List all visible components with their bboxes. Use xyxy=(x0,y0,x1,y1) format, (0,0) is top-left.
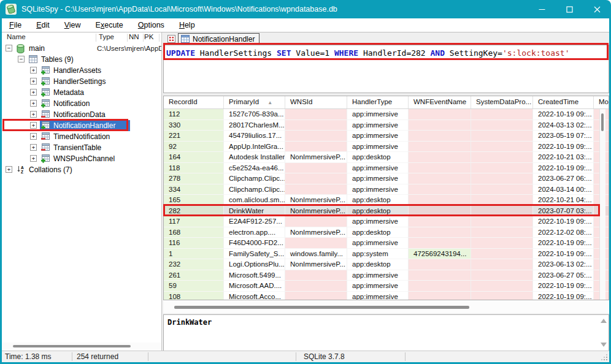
grid-cell[interactable]: Autodesk Installer xyxy=(224,152,285,163)
grid-cell[interactable]: app:immersive xyxy=(347,281,409,292)
grid-cell[interactable] xyxy=(471,131,533,142)
grid-cell[interactable] xyxy=(285,131,347,142)
menu-item-help[interactable]: Help xyxy=(172,18,202,32)
grid-cell[interactable] xyxy=(409,109,471,120)
grid-cell[interactable]: app:immersive xyxy=(347,173,409,184)
grid-cell[interactable]: 59 xyxy=(164,281,224,292)
grid-cell[interactable] xyxy=(285,216,347,227)
grid-cell[interactable] xyxy=(409,281,471,292)
grid-cell[interactable]: electron.app.... xyxy=(224,227,285,238)
grid-cell[interactable]: app:immersive xyxy=(347,131,409,142)
grid-row-record-168[interactable]: 168electron.app....NonImmersiveP...app:d… xyxy=(164,227,609,238)
grid-cell[interactable]: app:immersive xyxy=(347,238,409,249)
grid-row-record-92[interactable]: 92AppUp.IntelGra...app:immersive2022-10-… xyxy=(164,142,609,153)
tree-expander-expand-icon[interactable]: + xyxy=(30,133,37,140)
grid-cell[interactable] xyxy=(285,270,347,281)
cell-grid-marker-icon[interactable] xyxy=(167,35,175,43)
grid-cell[interactable]: 1 xyxy=(164,249,224,260)
grid-cell[interactable] xyxy=(471,152,533,163)
tree-node-handlerassets[interactable]: +HandlerAssets xyxy=(2,65,161,76)
grid-cell[interactable]: 2022-10-19 09:... xyxy=(533,292,594,300)
grid-cell[interactable] xyxy=(409,292,471,300)
grid-cell[interactable]: 45479liulios.17... xyxy=(224,131,285,142)
grid-cell[interactable]: 2023-07-07 03:... xyxy=(533,206,594,217)
grid-cell[interactable] xyxy=(409,142,471,153)
grid-cell[interactable]: Logi.OptionsPlu... xyxy=(224,259,285,270)
grid-cell[interactable]: 2022-12-02 08:... xyxy=(533,227,594,238)
grid-column-header-recordid[interactable]: RecordId xyxy=(164,96,224,108)
tree-expander-collapse-icon[interactable]: − xyxy=(18,56,25,63)
grid-cell[interactable]: Clipchamp.Clipc... xyxy=(224,173,285,184)
grid-cell[interactable]: 278 xyxy=(164,173,224,184)
grid-cell[interactable] xyxy=(409,163,471,174)
grid-row-record-278[interactable]: 278Clipchamp.Clipc...app:immersive2023-0… xyxy=(164,173,609,184)
grid-cell[interactable] xyxy=(409,216,471,227)
grid-row-record-59[interactable]: 59Microsoft.AAD....app:immersive2022-10-… xyxy=(164,281,609,292)
tree-node-transienttable[interactable]: +TransientTable xyxy=(2,142,161,153)
tree-node-metadata[interactable]: +Metadata xyxy=(2,87,161,98)
tree-node-notification[interactable]: +Notification xyxy=(2,98,161,109)
tree-expander-expand-icon[interactable]: + xyxy=(30,100,37,107)
grid-cell[interactable]: 165 xyxy=(164,195,224,206)
grid-cell[interactable]: 2024-03-14 00:... xyxy=(533,184,594,195)
grid-cell[interactable]: com.alicloud.sm... xyxy=(224,195,285,206)
cell-value-viewer[interactable]: DrinkWater xyxy=(163,314,609,351)
grid-cell[interactable]: app:immersive xyxy=(347,120,409,131)
close-button[interactable] xyxy=(583,0,611,18)
grid-cell[interactable] xyxy=(285,281,347,292)
grid-column-header-handlertype[interactable]: HandlerType xyxy=(347,96,409,108)
grid-cell[interactable]: 1527c705-839a... xyxy=(224,109,285,120)
grid-cell[interactable]: NonImmersiveP... xyxy=(285,259,347,270)
scroll-up-icon[interactable] xyxy=(601,319,607,323)
grid-cell[interactable]: 2022-10-19 09:... xyxy=(533,249,594,260)
grid-cell[interactable]: E2A4F912-257... xyxy=(224,216,285,227)
grid-cell[interactable] xyxy=(471,184,533,195)
grid-cell[interactable]: app:desktop xyxy=(347,227,409,238)
grid-cell[interactable]: NonImmersiveP... xyxy=(285,152,347,163)
grid-cell[interactable] xyxy=(285,163,347,174)
tree-expander-collapse-icon[interactable]: − xyxy=(6,45,12,51)
grid-cell[interactable]: 2023-06-27 06:... xyxy=(533,173,594,184)
grid-cell[interactable]: c5e2524a-ea46... xyxy=(224,163,285,174)
tree-expander-expand-icon[interactable]: + xyxy=(6,166,12,173)
grid-cell[interactable]: DrinkWater xyxy=(224,206,285,217)
tree-node-wnspushchannel[interactable]: +WNSPushChannel xyxy=(2,153,161,164)
tree-node-main[interactable]: −mainC:\Users\mjren\AppD xyxy=(2,43,161,54)
grid-cell[interactable] xyxy=(409,173,471,184)
grid-cell[interactable] xyxy=(409,131,471,142)
grid-cell[interactable] xyxy=(409,184,471,195)
grid-cell[interactable]: app:immersive xyxy=(347,163,409,174)
grid-cell[interactable]: app:desktop xyxy=(347,206,409,217)
grid-cell[interactable]: 2022-10-21 04:... xyxy=(533,195,594,206)
grid-cell[interactable]: 282 xyxy=(164,206,224,217)
grid-row-record-334[interactable]: 334Clipchamp.Clipc...app:immersive2024-0… xyxy=(164,184,609,195)
grid-cell[interactable]: app:desktop xyxy=(347,152,409,163)
tree-expander-expand-icon[interactable]: + xyxy=(30,78,37,85)
grid-cell[interactable] xyxy=(409,206,471,217)
maximize-button[interactable] xyxy=(556,0,583,18)
grid-cell[interactable] xyxy=(471,292,533,300)
grid-cell[interactable]: 2023-06-13 02:... xyxy=(533,259,594,270)
tree-expander-expand-icon[interactable]: + xyxy=(30,155,37,162)
grid-cell[interactable]: 168 xyxy=(164,227,224,238)
grid-cell[interactable] xyxy=(409,270,471,281)
grid-horizontal-scrollbar[interactable] xyxy=(163,300,609,313)
tree-node-timednotification[interactable]: +TimedNotification xyxy=(2,131,161,142)
grid-cell[interactable]: 92 xyxy=(164,142,224,153)
tree-expander-expand-icon[interactable]: + xyxy=(30,122,37,129)
grid-cell[interactable]: windows.family... xyxy=(285,249,347,260)
grid-cell[interactable]: 108 xyxy=(164,292,224,300)
sql-editor[interactable]: UPDATE HandlerSettings SET Value=1 WHERE… xyxy=(163,45,609,93)
grid-cell[interactable] xyxy=(471,109,533,120)
grid-cell[interactable]: NonImmersiveP... xyxy=(285,195,347,206)
tree-horizontal-scrollbar[interactable] xyxy=(2,343,161,350)
grid-cell[interactable]: Microsoft.AAD.... xyxy=(224,281,285,292)
grid-vertical-scrollbar[interactable] xyxy=(599,109,605,300)
grid-cell[interactable] xyxy=(471,163,533,174)
grid-cell[interactable]: 116 xyxy=(164,238,224,249)
tree-node-collations-7-[interactable]: +AZCollations (7) xyxy=(2,164,161,175)
grid-cell[interactable] xyxy=(285,292,347,300)
grid-cell[interactable]: 2022-10-19 09:... xyxy=(533,238,594,249)
grid-cell[interactable]: 330 xyxy=(164,120,224,131)
grid-cell[interactable] xyxy=(471,216,533,227)
